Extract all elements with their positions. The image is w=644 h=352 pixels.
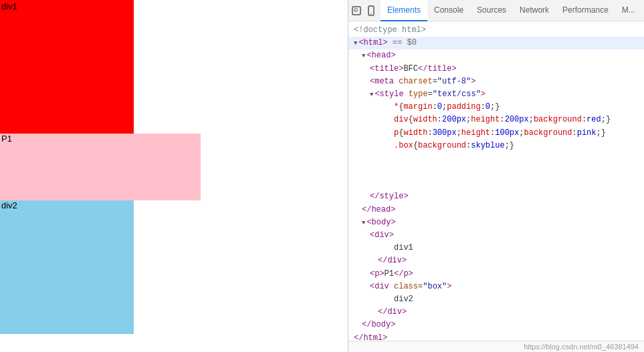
mobile-icon[interactable] bbox=[366, 5, 377, 16]
footer-url: https://blog.csdn.net/m0_46381494 bbox=[524, 343, 639, 351]
code-line-html-close[interactable]: </html> bbox=[348, 332, 644, 341]
code-line-div-box-open[interactable]: <div class="box"> bbox=[348, 281, 644, 293]
p1-label: P1 bbox=[1, 134, 12, 144]
code-line-css-2[interactable]: div{width:200px;height:200px;background:… bbox=[348, 114, 644, 126]
tab-performance[interactable]: Performance bbox=[556, 0, 615, 21]
code-line-div1-text[interactable]: div1 bbox=[348, 242, 644, 254]
preview-panel: div1 P1 div2 bbox=[0, 0, 348, 352]
svg-rect-1 bbox=[354, 9, 357, 11]
div1-label: div1 bbox=[1, 1, 17, 11]
code-line-empty3 bbox=[348, 178, 644, 190]
code-line-css-4[interactable]: .box{background:skyblue;} bbox=[348, 140, 644, 152]
code-line-css-1[interactable]: *{margin:0;padding:0;} bbox=[348, 101, 644, 114]
tab-console[interactable]: Console bbox=[427, 0, 470, 21]
code-line-empty2 bbox=[348, 165, 644, 178]
devtools-panel: Elements Console Sources Network Perform… bbox=[348, 0, 644, 352]
code-line-head-open[interactable]: <head> bbox=[348, 49, 644, 62]
preview-p1: P1 bbox=[0, 134, 201, 200]
code-line-head-close[interactable]: </head> bbox=[348, 204, 644, 216]
devtools-footer: https://blog.csdn.net/m0_46381494 bbox=[348, 341, 644, 352]
code-line-body-close[interactable]: </body> bbox=[348, 319, 644, 331]
tab-more[interactable]: M... bbox=[615, 0, 642, 21]
code-line-empty1 bbox=[348, 152, 644, 165]
code-line-body-open[interactable]: <body> bbox=[348, 216, 644, 229]
div2-label: div2 bbox=[1, 200, 17, 210]
code-line-css-3[interactable]: p{width:300px;height:100px;background:pi… bbox=[348, 127, 644, 140]
tab-network[interactable]: Network bbox=[513, 0, 556, 21]
code-line-div-box-close[interactable]: </div> bbox=[348, 306, 644, 319]
preview-div1: div1 bbox=[0, 0, 134, 134]
code-line-style-close[interactable]: </style> bbox=[348, 190, 644, 203]
code-line-title[interactable]: <title>BFC</title> bbox=[348, 63, 644, 75]
code-line-div-close[interactable]: </div> bbox=[348, 254, 644, 267]
code-line-meta[interactable]: <meta charset="utf-8"> bbox=[348, 75, 644, 88]
code-line-div-open[interactable]: <div> bbox=[348, 229, 644, 242]
preview-div2: div2 bbox=[0, 200, 134, 334]
svg-point-3 bbox=[370, 13, 372, 14]
devtools-code-content: <!doctype html> <html> == $0 <head> <tit… bbox=[348, 21, 644, 341]
code-line-p[interactable]: <p>P1</p> bbox=[348, 268, 644, 281]
code-line-html[interactable]: <html> == $0 bbox=[348, 37, 644, 49]
code-line-div2-text[interactable]: div2 bbox=[348, 293, 644, 306]
tab-sources[interactable]: Sources bbox=[470, 0, 513, 21]
code-line-doctype[interactable]: <!doctype html> bbox=[348, 24, 644, 37]
svg-rect-0 bbox=[352, 7, 360, 15]
tab-elements[interactable]: Elements bbox=[381, 0, 427, 21]
devtools-tabs-bar: Elements Console Sources Network Perform… bbox=[348, 0, 644, 21]
cursor-icon[interactable] bbox=[351, 5, 362, 16]
code-line-style-open[interactable]: <style type="text/css"> bbox=[348, 88, 644, 101]
